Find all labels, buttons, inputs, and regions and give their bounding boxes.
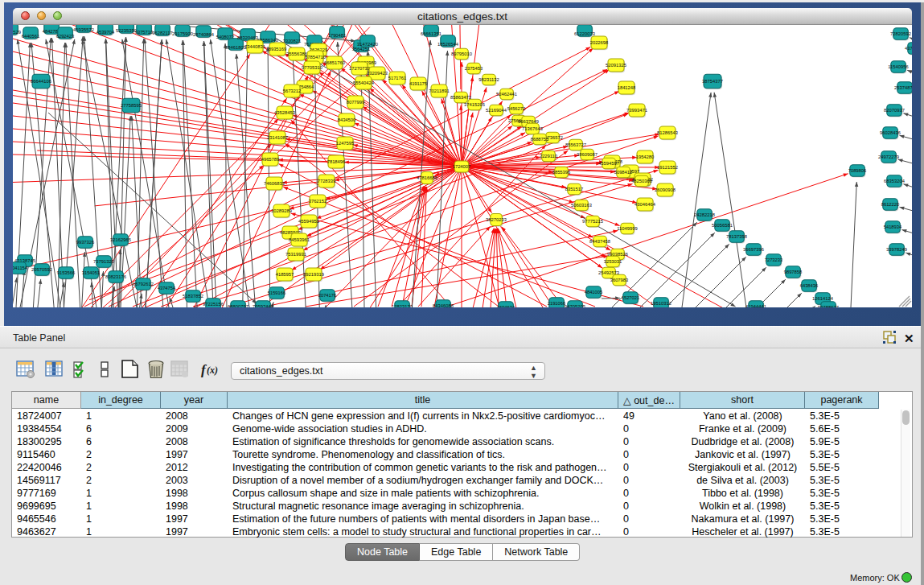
svg-text:35556386: 35556386 xyxy=(286,51,307,56)
svg-text:7273233: 7273233 xyxy=(765,257,783,262)
svg-text:45594951: 45594951 xyxy=(298,219,319,224)
svg-text:36697396: 36697396 xyxy=(743,247,764,252)
svg-text:8688755: 8688755 xyxy=(531,137,549,142)
svg-text:8077999: 8077999 xyxy=(347,100,365,105)
svg-text:52462441: 52462441 xyxy=(496,92,517,97)
svg-text:10289289: 10289289 xyxy=(271,208,292,213)
svg-text:1790481: 1790481 xyxy=(328,33,347,38)
svg-text:47816686: 47816686 xyxy=(417,175,437,180)
svg-text:2022698: 2022698 xyxy=(590,40,609,45)
svg-text:2191066: 2191066 xyxy=(548,301,566,306)
svg-text:84593961: 84593961 xyxy=(289,237,310,242)
svg-text:38754377: 38754377 xyxy=(702,79,723,84)
svg-text:61220073: 61220073 xyxy=(574,31,595,36)
svg-text:70597444: 70597444 xyxy=(253,304,274,307)
svg-text:78137358: 78137358 xyxy=(726,234,747,239)
svg-text:37415205: 37415205 xyxy=(464,102,485,107)
svg-text:48250360: 48250360 xyxy=(631,179,652,183)
svg-text:4841005: 4841005 xyxy=(585,290,603,295)
svg-text:28740864: 28740864 xyxy=(193,32,215,37)
svg-text:50603163: 50603163 xyxy=(571,203,592,208)
svg-text:43744231: 43744231 xyxy=(905,46,912,51)
svg-text:38609087: 38609087 xyxy=(577,152,598,157)
svg-text:4694634: 4694634 xyxy=(497,305,515,307)
svg-text:7728339: 7728339 xyxy=(318,179,336,183)
svg-text:97225156: 97225156 xyxy=(203,302,224,307)
svg-text:51837852: 51837852 xyxy=(183,294,203,299)
svg-text:85563727: 85563727 xyxy=(565,142,586,147)
svg-text:12614124: 12614124 xyxy=(812,296,834,301)
svg-text:73440831: 73440831 xyxy=(244,44,265,49)
svg-text:1247595: 1247595 xyxy=(336,141,355,146)
svg-text:5159166: 5159166 xyxy=(268,290,286,295)
svg-text:3607983: 3607983 xyxy=(610,278,629,282)
svg-text:5171761: 5171761 xyxy=(388,76,407,80)
svg-text:1724007: 1724007 xyxy=(453,164,471,169)
svg-text:1841248: 1841248 xyxy=(618,85,636,90)
svg-text:43046464: 43046464 xyxy=(634,202,656,207)
svg-text:97705310: 97705310 xyxy=(302,65,322,70)
svg-text:88461803: 88461803 xyxy=(225,45,246,50)
svg-text:8935169: 8935169 xyxy=(269,47,287,51)
svg-text:94705205: 94705205 xyxy=(565,304,585,307)
svg-text:88320463: 88320463 xyxy=(237,35,258,40)
svg-text:52091325: 52091325 xyxy=(606,63,626,68)
svg-text:8612220: 8612220 xyxy=(881,202,900,207)
svg-text:20570592: 20570592 xyxy=(31,267,52,272)
svg-text:55540424: 55540424 xyxy=(353,80,375,85)
svg-text:4965789: 4965789 xyxy=(261,157,280,162)
svg-text:26090908: 26090908 xyxy=(655,187,676,192)
svg-text:6440561: 6440561 xyxy=(22,34,40,39)
svg-text:19510312: 19510312 xyxy=(651,301,671,306)
svg-text:66661351: 66661351 xyxy=(421,31,441,36)
svg-text:6855396: 6855396 xyxy=(552,170,571,175)
svg-text:52169044: 52169044 xyxy=(486,108,507,113)
svg-text:4191175: 4191175 xyxy=(409,81,427,86)
svg-text:86644106: 86644106 xyxy=(31,79,51,84)
svg-text:68353204: 68353204 xyxy=(884,179,906,183)
svg-text:31472420: 31472420 xyxy=(357,42,378,47)
svg-text:4539704: 4539704 xyxy=(97,30,115,35)
svg-text:99788677: 99788677 xyxy=(818,305,839,307)
svg-text:5673212: 5673212 xyxy=(283,89,302,93)
svg-text:68800797: 68800797 xyxy=(228,304,248,307)
svg-text:73993471: 73993471 xyxy=(626,108,647,113)
svg-text:4185957: 4185957 xyxy=(276,272,294,277)
svg-text:41944441: 41944441 xyxy=(745,304,766,307)
svg-text:6438436: 6438436 xyxy=(800,283,819,288)
svg-text:2229110: 2229110 xyxy=(540,154,557,159)
svg-text:32162965: 32162965 xyxy=(110,237,131,242)
svg-text:5418934: 5418934 xyxy=(884,225,902,229)
svg-text:45935572: 45935572 xyxy=(73,27,94,32)
svg-text:29175900: 29175900 xyxy=(172,31,193,36)
svg-text:98231132: 98231132 xyxy=(478,77,499,82)
svg-text:84752529: 84752529 xyxy=(13,30,21,35)
svg-text:9897858: 9897858 xyxy=(784,270,803,274)
svg-text:5041154: 5041154 xyxy=(13,266,28,270)
svg-text:3320821: 3320821 xyxy=(283,39,302,43)
svg-text:7089806: 7089806 xyxy=(848,168,867,173)
svg-text:84437458: 84437458 xyxy=(589,239,610,244)
svg-text:66851760: 66851760 xyxy=(324,60,345,65)
svg-text:23209423: 23209423 xyxy=(367,71,388,76)
svg-text:96028436: 96028436 xyxy=(880,130,901,135)
svg-text:24282218: 24282218 xyxy=(694,212,715,217)
svg-text:73791320: 73791320 xyxy=(93,259,114,264)
svg-text:5098412: 5098412 xyxy=(614,170,633,175)
svg-text:1954280: 1954280 xyxy=(636,154,655,159)
svg-text:1527021: 1527021 xyxy=(622,295,640,300)
svg-text:9153566: 9153566 xyxy=(57,270,76,275)
svg-text:9375710: 9375710 xyxy=(135,30,154,35)
svg-text:97775215: 97775215 xyxy=(582,219,603,224)
svg-text:4374754: 4374754 xyxy=(158,286,176,290)
svg-text:89795010: 89795010 xyxy=(451,51,472,56)
svg-text:2074176: 2074176 xyxy=(318,293,337,298)
svg-text:50056581: 50056581 xyxy=(712,223,733,228)
svg-text:(x): (x) xyxy=(207,365,218,376)
svg-text:74606833: 74606833 xyxy=(264,181,285,186)
svg-text:72820592: 72820592 xyxy=(890,31,911,36)
svg-text:11049999: 11049999 xyxy=(617,226,637,231)
svg-text:24972279: 24972279 xyxy=(878,154,899,159)
svg-text:8351517: 8351517 xyxy=(565,187,584,192)
svg-text:27758595: 27758595 xyxy=(121,103,142,108)
